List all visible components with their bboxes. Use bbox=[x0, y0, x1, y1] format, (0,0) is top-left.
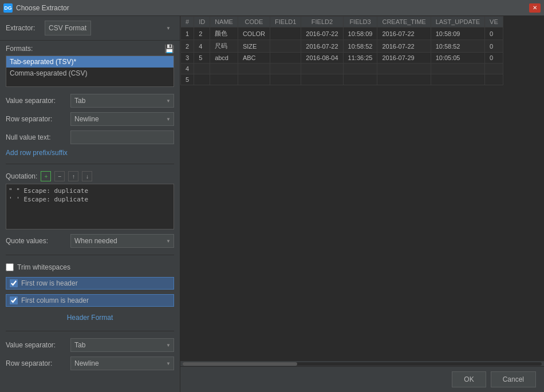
quotation-section: Quotation: + − ↑ ↓ " " Escape: duplicate… bbox=[6, 171, 174, 229]
col-header-create-time: CREATE_TIME bbox=[377, 17, 431, 27]
scrollbar-track bbox=[183, 362, 542, 366]
cell-code-1: COLOR bbox=[238, 27, 270, 40]
preview-table: # ID NAME CODE FIELD1 FIELD2 FIELD3 CREA… bbox=[180, 16, 503, 85]
extractor-row: Extractor: CSV Format bbox=[0, 16, 180, 41]
cell-id-1: 2 bbox=[194, 27, 210, 40]
add-row-link-row: Add row prefix/suffix bbox=[6, 149, 174, 157]
trim-whitespaces-checkbox[interactable] bbox=[6, 263, 14, 271]
table-row: 4 bbox=[181, 64, 503, 74]
divider-1 bbox=[6, 164, 174, 164]
col-header-id: ID bbox=[194, 17, 210, 27]
cell-update-4 bbox=[431, 64, 484, 74]
quote-values-row: Quote values: When needed Always Never bbox=[6, 234, 174, 248]
null-value-label: Null value text: bbox=[6, 133, 66, 141]
row-separator-2-label: Row separator: bbox=[6, 359, 66, 367]
quotation-header: Quotation: + − ↑ ↓ bbox=[6, 171, 174, 181]
cell-field2-2: 2016-07-22 bbox=[301, 40, 343, 53]
bottom-bar: OK Cancel bbox=[180, 366, 544, 392]
cell-name-3: abcd bbox=[210, 53, 238, 64]
quotation-add-btn[interactable]: + bbox=[41, 171, 51, 181]
trim-whitespaces-row: Trim whitespaces bbox=[6, 262, 174, 272]
cell-ve-5 bbox=[485, 74, 503, 85]
formats-label: Formats: bbox=[6, 45, 33, 53]
formats-section: Formats: 💾 Tab-separated (TSV)* Comma-se… bbox=[0, 41, 180, 89]
cell-create-3: 2016-07-29 bbox=[377, 53, 431, 64]
cell-create-2: 2016-07-22 bbox=[377, 40, 431, 53]
save-icon[interactable]: 💾 bbox=[164, 44, 174, 53]
scrollbar-thumb[interactable] bbox=[183, 362, 297, 366]
format-item-tsv[interactable]: Tab-separated (TSV)* bbox=[6, 56, 174, 68]
cell-field1-4 bbox=[270, 64, 301, 74]
value-separator-select[interactable]: Tab Comma Semicolon Space bbox=[70, 94, 174, 108]
cell-update-1: 10:58:09 bbox=[431, 27, 484, 40]
value-separator-2-select[interactable]: Tab Comma Semicolon Space bbox=[70, 338, 174, 352]
cell-field1-1 bbox=[270, 27, 301, 40]
app-icon: DG bbox=[3, 3, 13, 13]
col-header-field1: FIELD1 bbox=[270, 17, 301, 27]
value-separator-label: Value separator: bbox=[6, 97, 66, 105]
col-header-code: CODE bbox=[238, 17, 270, 27]
cell-field3-2: 10:58:52 bbox=[343, 40, 377, 53]
quote-values-select[interactable]: When needed Always Never bbox=[70, 234, 174, 248]
cell-code-2: SIZE bbox=[238, 40, 270, 53]
cell-create-1: 2016-07-22 bbox=[377, 27, 431, 40]
first-row-header-checkbox[interactable] bbox=[10, 279, 18, 287]
title-bar: DG Choose Extractor ✕ bbox=[0, 0, 544, 16]
left-panel: Extractor: CSV Format Formats: 💾 Tab-sep… bbox=[0, 16, 180, 392]
col-header-field2: FIELD2 bbox=[301, 17, 343, 27]
value-separator-select-wrapper: Tab Comma Semicolon Space bbox=[70, 94, 174, 108]
cell-field3-3: 11:36:25 bbox=[343, 53, 377, 64]
preview-header-row: # ID NAME CODE FIELD1 FIELD2 FIELD3 CREA… bbox=[181, 17, 503, 27]
quote-values-label: Quote values: bbox=[6, 237, 66, 245]
options-section: Value separator: Tab Comma Semicolon Spa… bbox=[0, 89, 180, 392]
dialog-title: Choose Extractor bbox=[16, 4, 69, 12]
cell-field2-3: 2016-08-04 bbox=[301, 53, 343, 64]
add-row-link[interactable]: Add row prefix/suffix bbox=[6, 149, 68, 157]
cell-create-5 bbox=[377, 74, 431, 85]
quotation-remove-btn[interactable]: − bbox=[54, 171, 65, 181]
close-button[interactable]: ✕ bbox=[529, 3, 541, 13]
first-column-header-row: First column is header bbox=[6, 294, 174, 307]
cell-field2-4 bbox=[301, 64, 343, 74]
quotation-down-btn[interactable]: ↓ bbox=[82, 171, 92, 181]
row-num-1: 1 bbox=[181, 27, 194, 40]
first-row-header-row: First row is header bbox=[6, 277, 174, 290]
preview-table-wrapper[interactable]: # ID NAME CODE FIELD1 FIELD2 FIELD3 CREA… bbox=[180, 16, 544, 361]
first-column-header-label[interactable]: First column is header bbox=[21, 296, 89, 304]
cell-ve-4 bbox=[485, 64, 503, 74]
quote-values-select-wrapper: When needed Always Never bbox=[70, 234, 174, 248]
row-separator-select[interactable]: Newline CR+LF CR bbox=[70, 112, 174, 126]
first-row-header-label[interactable]: First row is header bbox=[21, 279, 78, 287]
cell-field1-5 bbox=[270, 74, 301, 85]
horizontal-scrollbar[interactable] bbox=[180, 361, 544, 366]
extractor-select-wrapper: CSV Format bbox=[45, 21, 174, 35]
ok-button[interactable]: OK bbox=[452, 371, 486, 387]
extractor-select[interactable]: CSV Format bbox=[45, 21, 91, 35]
quotation-up-btn[interactable]: ↑ bbox=[68, 171, 78, 181]
format-item-csv[interactable]: Comma-separated (CSV) bbox=[6, 68, 174, 79]
formats-list: Tab-separated (TSV)* Comma-separated (CS… bbox=[6, 56, 174, 87]
table-row: 2 4 尺码 SIZE 2016-07-22 10:58:52 2016-07-… bbox=[181, 40, 503, 53]
cell-code-5 bbox=[238, 74, 270, 85]
null-value-row: Null value text: bbox=[6, 130, 174, 144]
col-header-name: NAME bbox=[210, 17, 238, 27]
row-separator-select-wrapper: Newline CR+LF CR bbox=[70, 112, 174, 126]
null-value-input[interactable] bbox=[70, 130, 174, 144]
cancel-button[interactable]: Cancel bbox=[491, 371, 536, 387]
col-header-last-update: LAST_UPDATE bbox=[431, 17, 484, 27]
divider-3 bbox=[6, 331, 174, 331]
cell-create-4 bbox=[377, 64, 431, 74]
cell-update-3: 10:05:05 bbox=[431, 53, 484, 64]
formats-header: Formats: 💾 bbox=[6, 44, 174, 53]
row-separator-2-row: Row separator: Newline CR+LF CR bbox=[6, 357, 174, 370]
value-separator-2-select-wrapper: Tab Comma Semicolon Space bbox=[70, 338, 174, 352]
trim-whitespaces-label[interactable]: Trim whitespaces bbox=[17, 263, 70, 271]
first-column-header-checkbox[interactable] bbox=[10, 296, 18, 304]
row-separator-label: Row separator: bbox=[6, 115, 66, 123]
cell-name-5 bbox=[210, 74, 238, 85]
cell-ve-3: 0 bbox=[485, 53, 503, 64]
cell-update-5 bbox=[431, 74, 484, 85]
row-separator-2-select[interactable]: Newline CR+LF CR bbox=[70, 357, 174, 370]
header-format-button[interactable]: Header Format bbox=[65, 311, 116, 324]
title-bar-left: DG Choose Extractor bbox=[3, 3, 69, 13]
